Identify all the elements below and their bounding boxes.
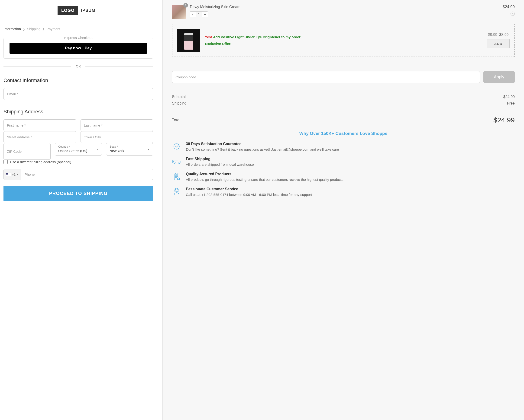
chevron-right-icon: ❯ [42, 27, 44, 31]
breadcrumb-shipping[interactable]: Shipping [27, 27, 40, 31]
subtotal-label: Subtotal [172, 95, 186, 99]
svg-rect-9 [178, 190, 179, 191]
cart-item: 1 Dewy Moisturizing Skin Cream - 1 + $24… [172, 5, 515, 19]
chevron-down-icon: ▼ [17, 173, 19, 176]
or-label: OR [76, 64, 81, 68]
qty-decrease-button[interactable]: - [190, 12, 196, 17]
truck-icon [172, 157, 181, 166]
upsell-image [177, 29, 200, 52]
subtotal-value: $24.99 [503, 95, 515, 99]
cart-item-badge: 1 [183, 3, 188, 8]
breadcrumb-information[interactable]: Information [3, 27, 21, 31]
benefit-text: Call us at +1-202-555-0174 between 9:00 … [186, 192, 312, 197]
clipboard-icon [172, 172, 181, 181]
breadcrumb-payment[interactable]: Payment [46, 27, 60, 31]
svg-rect-1 [174, 160, 178, 163]
logo: LOGOIPSUM [3, 6, 153, 15]
cart-item-price: $24.99 [503, 5, 515, 9]
state-value: New York [110, 149, 124, 153]
svg-rect-8 [174, 190, 175, 191]
shipping-address-title: Shipping Address [3, 109, 153, 115]
qty-increase-button[interactable]: + [202, 12, 208, 17]
different-billing-label: Use a different billing address (optiona… [10, 160, 71, 164]
benefit-title: Quality Assured Products [186, 172, 344, 176]
benefit-text: All orders are shipped from local wareho… [186, 162, 254, 167]
upsell-offer: Yes! Add Positive Light Under Eye Bright… [172, 24, 515, 57]
state-label: State * [110, 145, 150, 148]
benefit-quality: Quality Assured Products All products go… [172, 172, 515, 182]
different-billing-checkbox-row[interactable]: Use a different billing address (optiona… [3, 160, 153, 164]
phone-country-select[interactable]: +1 ▼ [4, 169, 21, 180]
guarantee-icon [172, 142, 181, 151]
city-field[interactable] [80, 131, 153, 143]
benefit-support: Passionate Customer Service Call us at +… [172, 187, 515, 197]
us-flag-icon [6, 173, 11, 176]
why-customers-love-title: Why Over 150K+ Customers Love Shoppe [172, 131, 515, 136]
first-name-field[interactable] [3, 119, 76, 131]
express-checkout-box: Express Checkout Pay now Pay [3, 38, 153, 59]
street-address-field[interactable] [3, 131, 76, 143]
logo-left: LOGO [58, 6, 78, 15]
country-value: United States (US) [58, 149, 87, 153]
upsell-new-price: $8.99 [499, 33, 508, 37]
support-agent-icon [172, 187, 181, 196]
chevron-down-icon: ▼ [147, 148, 150, 151]
chevron-down-icon: ▼ [96, 148, 98, 151]
coupon-input[interactable] [172, 71, 480, 83]
upsell-add-button[interactable]: ADD [487, 39, 510, 48]
divider [172, 90, 515, 90]
express-checkout-label: Express Checkout [61, 36, 96, 40]
cart-item-image: 1 [172, 5, 186, 19]
country-select[interactable]: Country * United States (US) ▼ [55, 143, 102, 156]
upsell-text: Add Positive Light Under Eye Brightener … [213, 35, 301, 39]
benefit-title: Passionate Customer Service [186, 187, 312, 191]
benefit-text: Don't like something? Sent it back no qu… [186, 147, 339, 152]
shipping-label: Shipping [172, 101, 186, 105]
qty-value: 1 [196, 12, 202, 17]
phone-prefix: +1 [12, 173, 16, 176]
proceed-to-shipping-button[interactable]: PROCEED TO SHIPPING [3, 186, 153, 201]
breadcrumb: Information ❯ Shipping ❯ Payment [3, 27, 153, 31]
upsell-yes: Yes! [205, 35, 212, 39]
phone-field-group: +1 ▼ [3, 169, 153, 180]
quantity-stepper: - 1 + [190, 11, 208, 17]
email-field[interactable] [3, 88, 153, 100]
total-value: $24.99 [493, 116, 515, 124]
shipping-value: Free [507, 101, 515, 105]
upsell-old-price: $9.99 [488, 33, 497, 37]
benefit-title: Fast Shipping [186, 157, 254, 161]
apply-coupon-button[interactable]: Apply [483, 71, 515, 83]
country-label: Country * [58, 145, 98, 148]
benefit-text: All products go through rigorous testing… [186, 177, 344, 182]
phone-field[interactable] [21, 169, 153, 180]
apple-pay-button[interactable]: Pay now Pay [9, 43, 147, 54]
upsell-exclusive: Exclusive Offer: [205, 41, 482, 46]
benefit-guarantee: 30 Days Satisfaction Gaurantee Don't lik… [172, 142, 515, 152]
or-divider: OR [3, 64, 153, 68]
svg-point-7 [175, 189, 178, 192]
cart-item-title: Dewy Moisturizing Skin Cream [190, 5, 499, 9]
apple-pay-label: Pay [85, 46, 92, 50]
logo-right: IPSUM [78, 6, 99, 15]
different-billing-checkbox[interactable] [3, 160, 8, 164]
svg-point-0 [174, 144, 179, 149]
zip-field[interactable] [3, 143, 51, 160]
contact-info-title: Contact Information [3, 77, 153, 84]
benefit-shipping: Fast Shipping All orders are shipped fro… [172, 157, 515, 167]
total-label: Total [172, 118, 180, 122]
last-name-field[interactable] [80, 119, 153, 131]
benefit-title: 30 Days Satisfaction Gaurantee [186, 142, 339, 146]
remove-item-button[interactable]: ✕ [511, 12, 515, 16]
pay-now-label: Pay now [65, 46, 81, 50]
state-select[interactable]: State * New York ▼ [106, 143, 153, 156]
chevron-right-icon: ❯ [23, 27, 25, 31]
